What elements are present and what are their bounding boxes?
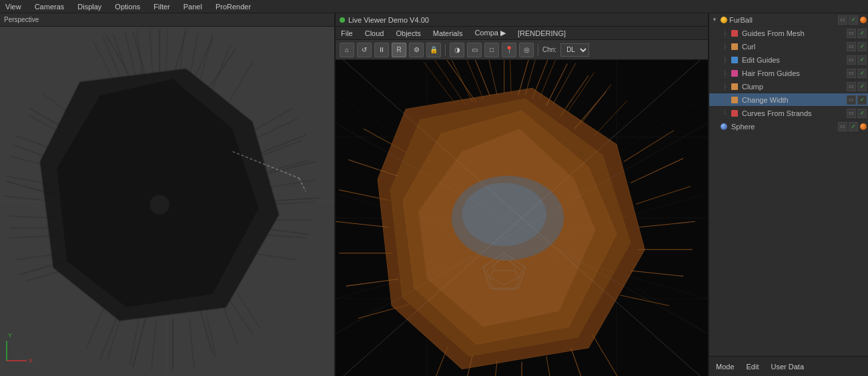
lv-menu-cloud[interactable]: Cloud (362, 29, 387, 37)
furball-flag-eye[interactable]: ▭ (838, 15, 847, 25)
curl-tree-line: ├ (723, 43, 729, 50)
hair-flag-check[interactable]: ✓ (857, 69, 867, 78)
furball-color-ball (860, 17, 867, 23)
toolbar-pause-btn[interactable]: ⏸ (374, 43, 389, 57)
bottom-tab-user-data[interactable]: User Data (769, 363, 807, 371)
live-viewer-scene (336, 60, 708, 376)
curves-icon (731, 110, 738, 117)
sphere-expand-arrow (712, 123, 719, 129)
scene-bottom-bar: Mode Edit User Data (709, 356, 868, 376)
menu-cameras[interactable]: Cameras (32, 3, 67, 11)
guides-flags: ▭ ✓ (847, 29, 868, 38)
clump-flag-eye[interactable]: ▭ (847, 82, 856, 91)
sphere-flags: ▭ ✓ (838, 122, 868, 131)
curl-icon (731, 43, 738, 50)
svg-text:X: X (29, 357, 33, 364)
clump-label: Clump (742, 83, 845, 91)
scene-item-curl[interactable]: ├ Curl ▭ ✓ (709, 40, 868, 53)
scene-hierarchy-panel: ▼ FurBall ▭ ✓ ├ Guides From Mesh ▭ ✓ (708, 13, 868, 376)
scene-item-guides-from-mesh[interactable]: ├ Guides From Mesh ▭ ✓ (709, 27, 868, 40)
sphere-label: Sphere (731, 123, 836, 131)
change-width-label: Change Width (742, 96, 845, 104)
furball-flags: ▭ ✓ (838, 15, 868, 25)
lv-menu-materials[interactable]: Materials (430, 29, 466, 37)
live-viewer-menubar: File Cloud Objects Materials Compa ▶ [RE… (336, 27, 708, 40)
sphere-icon (721, 123, 727, 130)
clump-flag-check[interactable]: ✓ (857, 82, 867, 91)
clump-tree-line: ├ (723, 83, 729, 90)
scene-item-sphere[interactable]: Sphere ▭ ✓ (709, 120, 868, 133)
curves-tree-line: └ (723, 110, 729, 117)
furball-flag-check[interactable]: ✓ (849, 15, 858, 25)
live-viewer-title: Live Viewer Demo V4.00 (348, 16, 429, 24)
left-viewport-label: Perspective (4, 16, 39, 23)
hair-flag-eye[interactable]: ▭ (847, 69, 856, 78)
left-viewport-canvas[interactable]: X Y (0, 27, 334, 376)
edit-guides-icon (731, 57, 738, 63)
guides-flag-check[interactable]: ✓ (857, 29, 867, 38)
menu-filter[interactable]: Filter (151, 3, 172, 11)
edit-guides-tree-line: ├ (723, 57, 729, 63)
curl-label: Curl (742, 43, 845, 51)
sphere-flag-eye[interactable]: ▭ (838, 122, 847, 131)
curves-flag-eye[interactable]: ▭ (847, 109, 856, 118)
menu-display[interactable]: Display (75, 3, 104, 11)
width-tree-line: ├ (723, 97, 729, 103)
toolbar-lock-btn[interactable]: 🔒 (426, 43, 441, 57)
scene-item-clump[interactable]: ├ Clump ▭ ✓ (709, 80, 868, 93)
toolbar-square-btn[interactable]: □ (484, 43, 499, 57)
clump-icon (731, 83, 738, 90)
lv-menu-compa[interactable]: Compa ▶ (472, 29, 508, 37)
hair-flags: ▭ ✓ (847, 69, 868, 78)
toolbar-pin-btn[interactable]: 📍 (502, 43, 516, 57)
svg-text:Y: Y (8, 332, 12, 339)
toolbar-target-btn[interactable]: ◎ (519, 43, 534, 57)
toolbar-sphere-btn[interactable]: ◑ (450, 43, 464, 57)
hair-tree-line: ├ (723, 70, 729, 77)
menu-panel[interactable]: Panel (181, 3, 205, 11)
sphere-flag-check[interactable]: ✓ (849, 122, 858, 131)
curves-flags: ▭ ✓ (847, 109, 868, 118)
lv-menu-objects[interactable]: Objects (393, 29, 423, 37)
scene-item-edit-guides[interactable]: ├ Edit Guides ▭ ✓ (709, 53, 868, 67)
edit-guides-flag-check[interactable]: ✓ (857, 55, 867, 65)
curves-label: Curves From Strands (742, 109, 845, 117)
furball-icon (721, 17, 727, 23)
lv-menu-rendering: [RENDERING] (515, 29, 568, 37)
curl-flag-eye[interactable]: ▭ (847, 42, 856, 51)
edit-guides-flag-eye[interactable]: ▭ (847, 55, 856, 65)
live-viewer-toolbar: ⌂ ↺ ⏸ R ⚙ 🔒 ◑ ▭ □ 📍 ◎ Chn: DL (336, 40, 708, 60)
toolbar-divider-1 (445, 44, 446, 56)
channel-selector[interactable]: DL (560, 43, 589, 57)
toolbar-settings-btn[interactable]: ⚙ (409, 43, 424, 57)
lv-menu-file[interactable]: File (338, 29, 356, 37)
bottom-tab-edit[interactable]: Edit (744, 363, 762, 371)
clump-flags: ▭ ✓ (847, 82, 868, 91)
edit-guides-flags: ▭ ✓ (847, 55, 868, 65)
toolbar-home-btn[interactable]: ⌂ (340, 43, 354, 57)
toolbar-refresh-btn[interactable]: ↺ (357, 43, 372, 57)
left-3d-scene: X Y (0, 27, 334, 376)
furball-expand-arrow: ▼ (712, 17, 719, 23)
toolbar-region-btn[interactable]: R (392, 43, 406, 57)
menu-view[interactable]: View (3, 3, 24, 11)
curl-flag-check[interactable]: ✓ (857, 42, 867, 51)
svg-point-65 (149, 195, 169, 215)
scene-item-curves-from-strands[interactable]: └ Curves From Strands ▭ ✓ (709, 107, 868, 120)
scene-item-change-width[interactable]: ├ Change Width ▭ ✓ (709, 93, 868, 107)
guides-flag-eye[interactable]: ▭ (847, 29, 856, 38)
scene-item-hair-from-guides[interactable]: ├ Hair From Guides ▭ ✓ (709, 67, 868, 80)
width-flag-check[interactable]: ✓ (857, 95, 867, 105)
menu-prorender[interactable]: ProRender (213, 3, 254, 11)
width-flag-eye[interactable]: ▭ (847, 95, 856, 105)
scene-item-furball[interactable]: ▼ FurBall ▭ ✓ (709, 13, 868, 27)
sphere-color-ball (860, 123, 867, 130)
live-viewer-canvas[interactable] (336, 60, 708, 376)
menu-options[interactable]: Options (112, 3, 143, 11)
bottom-tab-mode[interactable]: Mode (713, 363, 737, 371)
guides-tree-line: ├ (723, 30, 729, 37)
guides-icon (731, 30, 738, 37)
toolbar-rect-btn[interactable]: ▭ (467, 43, 482, 57)
curves-flag-check[interactable]: ✓ (857, 109, 867, 118)
svg-point-90 (462, 183, 546, 246)
